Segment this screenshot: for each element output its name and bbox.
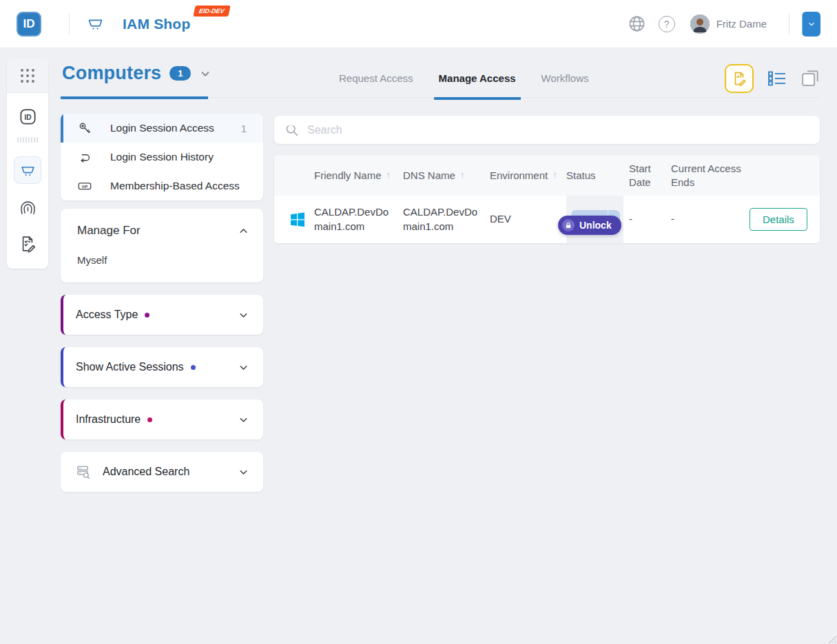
current-access-ends-cell: - bbox=[671, 212, 750, 226]
rail-item-identity[interactable]: ID bbox=[19, 107, 37, 126]
help-button[interactable]: ? bbox=[659, 16, 675, 32]
svg-text:VIP: VIP bbox=[82, 185, 88, 189]
unlock-button-label: Unlock bbox=[579, 220, 612, 231]
divider bbox=[69, 14, 70, 34]
app-launcher-grid-icon bbox=[19, 67, 37, 85]
result-count-badge: 1 bbox=[169, 66, 191, 81]
nav-item-login-session-history[interactable]: Login Session History bbox=[61, 143, 263, 172]
page-switch-chevron-icon[interactable] bbox=[199, 67, 211, 80]
shopping-cart-icon bbox=[19, 162, 37, 179]
column-header-start-date: Start Date bbox=[623, 155, 671, 196]
column-header-status: Status bbox=[566, 169, 623, 183]
manage-for-card: Manage For Myself bbox=[61, 209, 263, 282]
accordion-label: Show Active Sessions bbox=[76, 361, 184, 373]
chevron-down-icon bbox=[238, 466, 249, 478]
rail-item-shop-active[interactable] bbox=[14, 156, 41, 184]
user-avatar[interactable] bbox=[690, 14, 710, 34]
tab-request-access[interactable]: Request Access bbox=[339, 59, 413, 98]
language-globe-button[interactable] bbox=[628, 14, 646, 33]
environment-cell: DEV bbox=[490, 212, 566, 226]
column-header-current-access-ends: Current Access Ends bbox=[671, 155, 750, 196]
friendly-name-cell: CALDAP.DevDomain1.com bbox=[314, 205, 403, 233]
sort-ascending-icon: ↑ bbox=[460, 169, 465, 181]
results-panel: Friendly Name↑ DNS Name↑ Environment↑ St… bbox=[274, 116, 820, 243]
vip-badge-icon: VIP bbox=[77, 178, 92, 194]
nav-item-login-session-access[interactable]: Login Session Access 1 bbox=[61, 114, 263, 143]
os-icon-cell bbox=[274, 211, 314, 228]
environment-badge: EID-DEV bbox=[194, 6, 231, 17]
nav-item-label: Membership-Based Access bbox=[110, 180, 240, 192]
app-title: IAM Shop bbox=[123, 16, 190, 32]
list-view-button[interactable] bbox=[767, 70, 787, 87]
table-header-row: Friendly Name↑ DNS Name↑ Environment↑ St… bbox=[274, 155, 820, 196]
user-name[interactable]: Fritz Dame bbox=[716, 18, 767, 30]
tab-bar: Request Access Manage Access Workflows bbox=[339, 59, 588, 98]
manage-for-header[interactable]: Manage For bbox=[77, 224, 249, 238]
filter-sidebar: Login Session Access 1 Login Session His… bbox=[61, 114, 263, 504]
nav-item-count: 1 bbox=[241, 123, 247, 134]
nav-item-label: Login Session Access bbox=[110, 122, 214, 134]
unlock-button[interactable]: Unlock bbox=[558, 216, 621, 235]
filter-active-dot bbox=[145, 313, 149, 318]
sort-ascending-icon: ↑ bbox=[552, 169, 557, 181]
cart-dropdown-chevron[interactable] bbox=[803, 20, 820, 28]
tab-manage-access[interactable]: Manage Access bbox=[439, 59, 516, 98]
company-logo[interactable]: ID bbox=[17, 12, 41, 37]
cart-button[interactable] bbox=[802, 12, 820, 37]
manage-for-selected[interactable]: Myself bbox=[77, 254, 249, 266]
rail-item-credentials[interactable] bbox=[19, 199, 37, 218]
card-view-icon bbox=[800, 69, 820, 88]
results-table: Friendly Name↑ DNS Name↑ Environment↑ St… bbox=[274, 155, 820, 243]
accordion-infrastructure[interactable]: Infrastructure bbox=[61, 399, 263, 439]
accordion-show-active-sessions[interactable]: Show Active Sessions bbox=[61, 347, 263, 387]
top-app-bar: ID IAM Shop EID-DEV ? Fritz Dame bbox=[0, 0, 837, 48]
title-underline bbox=[61, 96, 208, 99]
table-row: CALDAP.DevDomain1.com CALDAP.DevDomain1.… bbox=[274, 196, 820, 243]
list-view-icon bbox=[767, 70, 787, 87]
server-search-icon bbox=[76, 464, 92, 480]
divider bbox=[789, 14, 789, 34]
start-date-cell: - bbox=[623, 212, 671, 226]
nav-item-membership-based-access[interactable]: VIP Membership-Based Access bbox=[61, 172, 263, 200]
document-edit-icon bbox=[18, 234, 37, 253]
accordion-advanced-search[interactable]: Advanced Search bbox=[61, 452, 263, 492]
id-card-icon: ID bbox=[19, 107, 37, 126]
details-button[interactable]: Details bbox=[750, 208, 807, 231]
accordion-label: Advanced Search bbox=[103, 466, 189, 478]
resize-handle[interactable] bbox=[827, 634, 836, 643]
fingerprint-icon bbox=[19, 199, 37, 218]
nav-item-label: Login Session History bbox=[110, 151, 214, 163]
accordion-label: Infrastructure bbox=[76, 413, 141, 426]
access-nav-card: Login Session Access 1 Login Session His… bbox=[61, 114, 263, 200]
chevron-down-icon bbox=[238, 309, 249, 321]
accordion-access-type[interactable]: Access Type bbox=[61, 295, 263, 335]
sort-ascending-icon: ↑ bbox=[386, 169, 391, 181]
manage-for-title: Manage For bbox=[77, 224, 141, 238]
column-header-dns-name[interactable]: DNS Name↑ bbox=[403, 169, 490, 183]
accordion-label: Access Type bbox=[76, 309, 138, 321]
tab-workflows[interactable]: Workflows bbox=[541, 59, 589, 98]
shopping-cart-icon bbox=[86, 14, 105, 33]
svg-text:ID: ID bbox=[24, 114, 31, 121]
column-header-environment[interactable]: Environment↑ bbox=[490, 169, 566, 183]
filter-active-dot bbox=[191, 365, 196, 370]
column-header-friendly-name[interactable]: Friendly Name↑ bbox=[314, 169, 403, 183]
rail-item-requests[interactable] bbox=[18, 234, 37, 253]
history-arrow-icon bbox=[77, 149, 92, 165]
document-edit-icon bbox=[731, 70, 747, 87]
chevron-down-icon bbox=[238, 362, 249, 373]
chevron-up-icon bbox=[238, 225, 249, 237]
key-icon bbox=[77, 121, 92, 136]
card-view-button[interactable] bbox=[800, 69, 820, 88]
page-title: Computers bbox=[62, 63, 161, 84]
barcode bbox=[17, 137, 38, 143]
app-launcher-button[interactable] bbox=[7, 59, 48, 93]
pending-requests-button[interactable] bbox=[725, 64, 754, 93]
dns-name-cell: CALDAP.DevDomain1.com bbox=[403, 205, 490, 233]
padlock-icon bbox=[562, 219, 575, 231]
chevron-down-icon bbox=[238, 414, 249, 426]
filter-active-dot bbox=[147, 417, 152, 422]
page-header: Computers 1 Request Access Manage Access… bbox=[61, 59, 820, 98]
icon-rail: ID bbox=[7, 59, 48, 269]
status-cell: Unlock bbox=[566, 196, 623, 243]
